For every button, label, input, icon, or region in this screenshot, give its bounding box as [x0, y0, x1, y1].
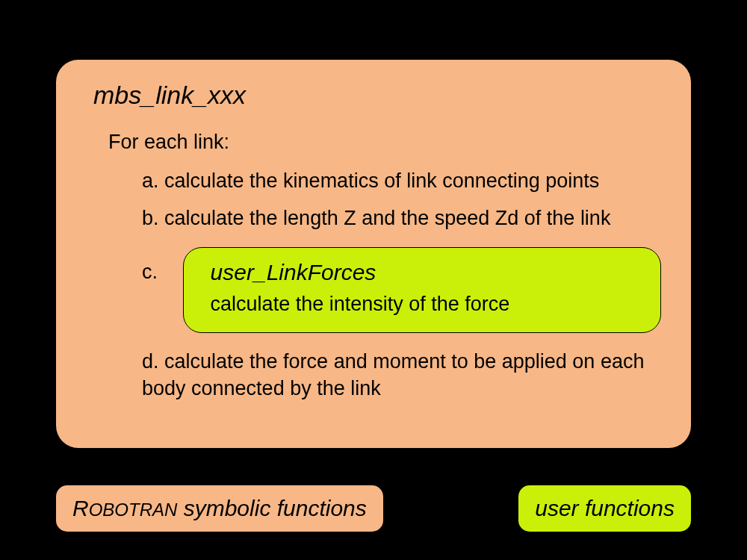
- legend-symbolic-suffix: symbolic functions: [177, 496, 366, 520]
- item-a: a.calculate the kinematics of link conne…: [142, 167, 661, 194]
- inner-title: user_LinkForces: [211, 260, 639, 285]
- inner-text: calculate the intensity of the force: [211, 293, 639, 316]
- main-symbolic-box: mbs_link_xxx For each link: a.calculate …: [56, 60, 691, 448]
- item-d-text: calculate the force and moment to be app…: [142, 350, 644, 399]
- item-letter-a: a.: [142, 167, 164, 194]
- user-function-box: user_LinkForces calculate the intensity …: [183, 247, 661, 333]
- item-letter-d: d.: [142, 348, 164, 375]
- item-c-row: c. user_LinkForces calculate the intensi…: [142, 247, 661, 333]
- legend-symbolic-prefix: R: [72, 496, 89, 520]
- item-b-text: calculate the length Z and the speed Zd …: [164, 207, 610, 229]
- legend-symbolic-smallcaps: OBOTRAN: [89, 500, 178, 520]
- legend-symbolic: ROBOTRAN symbolic functions: [56, 485, 383, 532]
- legend-row: ROBOTRAN symbolic functions user functio…: [56, 485, 691, 532]
- item-d: d.calculate the force and moment to be a…: [142, 348, 661, 402]
- main-title: mbs_link_xxx: [93, 81, 661, 110]
- item-a-text: calculate the kinematics of link connect…: [164, 169, 599, 192]
- item-letter-c: c.: [142, 247, 183, 284]
- item-letter-b: b.: [142, 205, 164, 231]
- legend-user: user functions: [518, 485, 691, 532]
- intro-text: For each link:: [108, 131, 661, 154]
- item-b: b.calculate the length Z and the speed Z…: [142, 205, 661, 231]
